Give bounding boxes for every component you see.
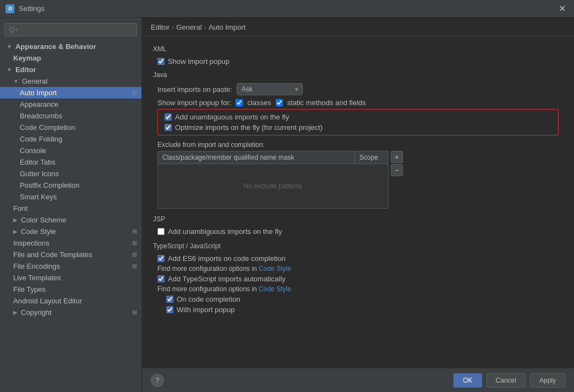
insert-imports-row: Insert imports on paste: Ask Always Neve… [157,83,563,95]
breadcrumb: Editor › General › Auto Import [142,18,574,36]
breadcrumb-auto-import: Auto Import [209,23,245,31]
add-typescript-label: Add TypeScript imports automatically [168,275,286,283]
add-es6-checkbox[interactable] [157,255,165,262]
sidebar-item-code-folding[interactable]: Code Folding [0,133,141,145]
sidebar-item-android-layout-editor[interactable]: Android Layout Editor [0,295,141,307]
search-input[interactable] [4,23,137,36]
xml-section-label: XML [153,45,563,53]
jsp-add-unambiguous-row: Add unambiguous imports on the fly [157,227,563,236]
xml-section: XML Show import popup [153,45,563,66]
sidebar-item-breadcrumbs[interactable]: Breadcrumbs [0,110,141,122]
sidebar-item-font[interactable]: Font [0,203,141,214]
config-icon: ⊞ [132,239,137,247]
exclude-section: Exclude from import and completion: Clas… [157,141,563,209]
sidebar-item-code-style[interactable]: ▶ Code Style ⊞ [0,226,141,237]
static-methods-checkbox[interactable] [276,99,283,106]
add-unambiguous-java-checkbox[interactable] [165,113,172,121]
cancel-button[interactable]: Cancel [486,373,526,388]
optimize-imports-row: Optimize imports on the fly (for current… [165,123,556,132]
sidebar-item-file-code-templates[interactable]: File and Code Templates ⊞ [0,249,141,260]
highlighted-checkboxes-box: Add unambiguous imports on the fly Optim… [157,109,559,135]
help-button[interactable]: ? [151,374,164,387]
with-import-popup-label: With import popup [177,306,235,314]
optimize-imports-checkbox[interactable] [165,124,172,131]
sidebar-item-file-encodings[interactable]: File Encodings ⊞ [0,260,141,272]
on-code-completion-checkbox[interactable] [166,296,173,303]
sidebar-item-color-scheme[interactable]: ▶ Color Scheme [0,214,141,226]
insert-imports-label: Insert imports on paste: [157,85,232,94]
sidebar-item-editor-tabs[interactable]: Editor Tabs [0,156,141,168]
col-name-mask: Class/package/member qualified name mask [158,151,355,164]
sidebar-item-live-templates[interactable]: Live Templates [0,272,141,284]
breadcrumb-editor: Editor [151,23,170,31]
code-style-link-2[interactable]: Code Style [259,285,291,293]
typescript-section-label: TypeScript / JavaScript [153,242,563,250]
sidebar-item-appearance[interactable]: Appearance [0,99,141,110]
chevron-right-icon: ▶ [13,309,18,315]
settings-icon: ⚙ [6,4,14,13]
exclude-label: Exclude from import and completion: [157,141,563,149]
sidebar-item-keymap[interactable]: Keymap [0,52,141,64]
add-typescript-row: Add TypeScript imports automatically [157,275,563,283]
with-import-popup-checkbox[interactable] [166,306,173,313]
col-scope: Scope [355,151,388,164]
sidebar-item-general[interactable]: ▼ General [0,75,141,87]
on-code-completion-row: On code completion [166,295,563,303]
sidebar-item-gutter-icons[interactable]: Gutter Icons [0,168,141,179]
footer-right: OK Cancel Apply [453,373,565,388]
settings-content: XML Show import popup Java Insert import… [142,36,574,368]
on-code-completion-label: On code completion [177,295,240,303]
main-layout: ▼ Appearance & Behavior Keymap ▼ Editor … [0,18,574,392]
chevron-down-icon: ▼ [13,78,19,84]
config-icon: ⊞ [132,228,137,235]
config-icon: ⊞ [132,263,137,270]
chevron-right-icon: ▶ [13,228,18,235]
static-methods-label: static methods and fields [287,99,366,107]
chevron-right-icon: ▶ [13,217,18,223]
chevron-down-icon: ▼ [7,67,12,73]
ok-button[interactable]: OK [453,373,482,388]
close-button[interactable]: ✕ [555,2,568,15]
breadcrumb-sep2: › [204,23,206,31]
sidebar-item-editor[interactable]: ▼ Editor [0,64,141,75]
jsp-add-unambiguous-checkbox[interactable] [157,228,165,235]
sidebar-item-file-types[interactable]: File Types [0,284,141,295]
sidebar-item-inspections[interactable]: Inspections ⊞ [0,237,141,249]
exclude-table-header: Class/package/member qualified name mask… [158,151,388,164]
config-icon: ⊞ [132,251,137,258]
insert-imports-dropdown[interactable]: Ask Always Never [237,83,303,95]
sidebar-item-console[interactable]: Console [0,145,141,156]
typescript-section: TypeScript / JavaScript Add ES6 imports … [153,242,563,314]
jsp-section: JSP Add unambiguous imports on the fly [153,215,563,236]
title-bar-left: ⚙ Settings [6,4,45,13]
show-import-popup-checkbox[interactable] [157,58,165,65]
java-section-label: Java [153,71,563,79]
footer: ? OK Cancel Apply [142,368,574,392]
sidebar-item-code-completion[interactable]: Code Completion [0,122,141,133]
code-style-link-1[interactable]: Code Style [259,265,291,273]
apply-button[interactable]: Apply [530,373,565,388]
add-exclude-button[interactable]: + [391,151,403,163]
sidebar: ▼ Appearance & Behavior Keymap ▼ Editor … [0,18,142,392]
footer-left: ? [151,374,164,387]
sidebar-item-smart-keys[interactable]: Smart Keys [0,191,141,203]
exclude-table: Class/package/member qualified name mask… [157,151,389,209]
find-more-2: Find more configuration options in Code … [157,285,563,293]
classes-label: classes [247,99,271,107]
sidebar-item-auto-import[interactable]: Auto Import ⊞ [0,87,141,99]
exclude-table-wrapper: Class/package/member qualified name mask… [157,151,563,209]
add-unambiguous-java-label: Add unambiguous imports on the fly [175,113,289,121]
optimize-imports-label: Optimize imports on the fly (for current… [175,123,322,132]
show-import-popup-for-row: Show import popup for: classes static me… [157,99,563,107]
java-section: Java Insert imports on paste: Ask Always… [153,71,563,209]
exclude-table-empty: No exclude patterns [158,164,388,208]
config-icon: ⊞ [132,309,137,316]
add-typescript-checkbox[interactable] [157,275,165,282]
show-import-popup-for-label: Show import popup for: [157,99,231,107]
classes-checkbox[interactable] [236,99,243,106]
chevron-down-icon: ▼ [7,43,12,50]
sidebar-item-appearance-behavior[interactable]: ▼ Appearance & Behavior [0,41,141,52]
sidebar-item-postfix-completion[interactable]: Postfix Completion [0,179,141,191]
remove-exclude-button[interactable]: − [391,164,403,176]
sidebar-item-copyright[interactable]: ▶ Copyright ⊞ [0,307,141,318]
